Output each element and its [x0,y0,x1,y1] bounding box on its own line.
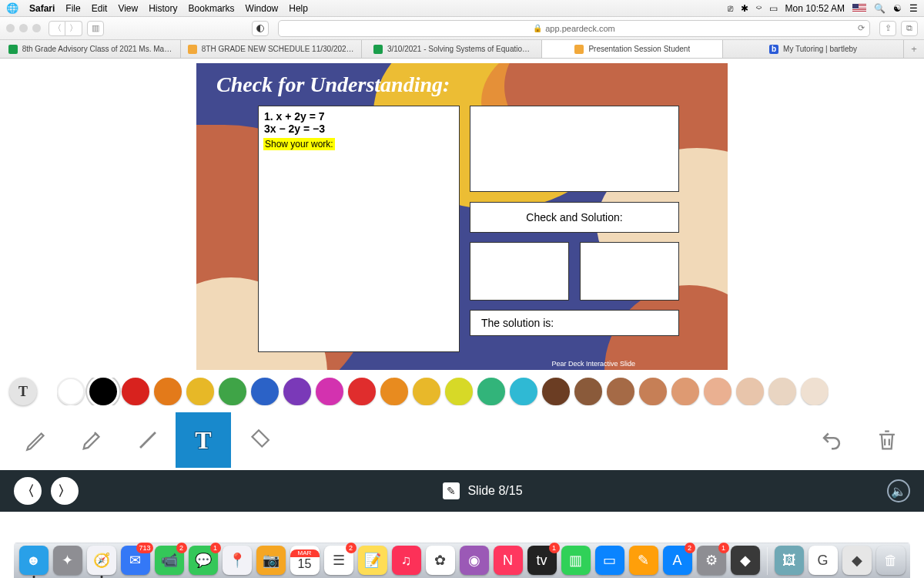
browser-tab[interactable]: 3/10/2021 - Solving Systems of Equatio… [362,40,543,58]
menu-view[interactable]: View [118,3,138,14]
dock-goguardian[interactable]: G [808,546,838,575]
prev-slide-button[interactable]: 〈 [14,477,42,505]
control-center-icon[interactable]: ☯ [893,3,902,14]
color-swatch[interactable] [607,378,634,405]
share-button[interactable]: ⇪ [879,21,896,36]
work-box[interactable]: 1. x + 2y = 7 3x − 2y = −3 Show your wor… [258,106,460,352]
dock-finder[interactable]: ☻ [19,546,49,575]
url-bar[interactable]: 🔒 app.peardeck.com ⟳ [278,20,870,37]
dock-keynote[interactable]: ▭ [595,546,624,575]
dock-desktop-pic[interactable]: 🖼 [775,546,804,575]
window-controls[interactable] [6,24,41,32]
check-box-top[interactable] [470,106,679,192]
color-swatch[interactable] [154,378,182,405]
dock-pages[interactable]: ✎ [629,546,658,575]
color-swatch[interactable] [704,378,732,405]
color-swatch[interactable] [122,378,149,405]
audio-button[interactable]: 🔈 [887,479,910,502]
dock-reminders[interactable]: ☰2 [324,546,353,575]
sidebar-button[interactable]: ▥ [87,21,104,36]
browser-tab[interactable]: Presentation Session Student [542,40,723,58]
color-swatch[interactable] [186,378,214,405]
solution-box[interactable]: The solution is: [470,310,679,336]
menu-bookmarks[interactable]: Bookmarks [189,3,235,14]
dock-safari[interactable]: 🧭 [87,546,116,575]
dock-photobooth[interactable]: 📷 [256,546,286,575]
menu-edit[interactable]: Edit [92,3,108,14]
menu-extras-icon[interactable]: ☰ [909,3,918,14]
color-swatch[interactable] [768,378,796,405]
check-box-right[interactable] [580,242,679,301]
dock-maps[interactable]: 📍 [223,546,252,575]
dock-news[interactable]: N [494,546,523,575]
reader-button[interactable] [252,21,269,36]
slide-canvas[interactable]: Check for Understanding: 1. x + 2y = 7 3… [196,63,728,370]
bluetooth-icon[interactable]: ✱ [741,3,748,14]
dock-podcasts[interactable]: ◉ [460,546,489,575]
dock-launchpad[interactable]: ✦ [53,546,82,575]
color-swatch[interactable] [348,378,376,405]
color-swatch[interactable] [801,378,829,405]
color-swatch[interactable] [219,378,246,405]
dock-trash[interactable]: 🗑 [876,546,906,575]
highlighter-tool[interactable] [65,412,120,468]
dock-messages[interactable]: 💬1 [189,546,218,575]
color-swatch[interactable] [445,378,473,405]
dock-notes[interactable]: 📝 [358,546,387,575]
dock-preferences[interactable]: ⚙1 [697,546,726,575]
wifi-icon[interactable]: ⌔ [756,3,762,14]
dock-appstore[interactable]: A2 [663,546,692,575]
battery-icon[interactable]: ▭ [769,3,778,14]
menu-window[interactable]: Window [246,3,279,14]
color-swatch[interactable] [736,378,764,405]
dock-roblox[interactable]: ◆ [731,546,760,575]
text-format-chip[interactable]: T [9,378,37,405]
menu-help[interactable]: Help [289,3,308,14]
line-tool[interactable] [120,412,176,468]
color-swatch[interactable] [380,378,408,405]
color-swatch[interactable] [413,378,440,405]
pencil-tool[interactable] [9,412,65,468]
dock-photos[interactable]: ✿ [426,546,455,575]
delete-button[interactable] [859,412,915,468]
apple-menu[interactable]: 🌐 [6,2,18,14]
color-swatch[interactable] [542,378,570,405]
input-source-flag[interactable] [852,4,866,12]
dock-appletv[interactable]: tv1 [527,546,557,575]
new-tab-button[interactable]: + [904,40,924,58]
color-swatch[interactable] [477,378,505,405]
color-swatch[interactable] [316,378,343,405]
forward-button[interactable]: 〉 [65,21,82,36]
browser-tab[interactable]: 8th Grade Advisory Class of 2021 Ms. Ma… [0,40,181,58]
spotlight-icon[interactable]: 🔍 [874,3,886,14]
color-swatch[interactable] [510,378,537,405]
check-box-left[interactable] [470,242,569,301]
clock[interactable]: Mon 10:52 AM [785,3,845,14]
next-slide-button[interactable]: 〉 [51,477,79,505]
reload-icon[interactable]: ⟳ [858,23,865,33]
color-swatch[interactable] [283,378,311,405]
dock-facetime[interactable]: 📹2 [155,546,184,575]
eraser-tool[interactable] [231,412,286,468]
color-swatch[interactable] [639,378,667,405]
dock-numbers[interactable]: ▥ [561,546,591,575]
dock-roblox2[interactable]: ◆ [842,546,872,575]
undo-button[interactable] [804,412,859,468]
back-button[interactable]: 〈 [49,21,65,36]
menu-history[interactable]: History [149,3,177,14]
browser-tab[interactable]: 8TH GRADE NEW SCHEDULE 11/30/202… [181,40,362,58]
airplay-icon[interactable]: ⎚ [728,3,733,14]
dock-mail[interactable]: ✉713 [121,546,150,575]
dock-music[interactable]: ♫ [392,546,421,575]
tabs-button[interactable]: ⧉ [901,21,918,36]
color-swatch[interactable] [89,378,117,405]
color-swatch[interactable] [251,378,279,405]
browser-tab[interactable]: bMy Tutoring | bartleby [723,40,904,58]
dock-calendar[interactable]: MAR15 [290,546,320,575]
color-swatch[interactable] [574,378,602,405]
text-tool[interactable]: T [176,412,231,468]
menu-file[interactable]: File [65,3,80,14]
color-swatch[interactable] [57,378,85,405]
color-swatch[interactable] [671,378,699,405]
app-name[interactable]: Safari [29,3,55,14]
